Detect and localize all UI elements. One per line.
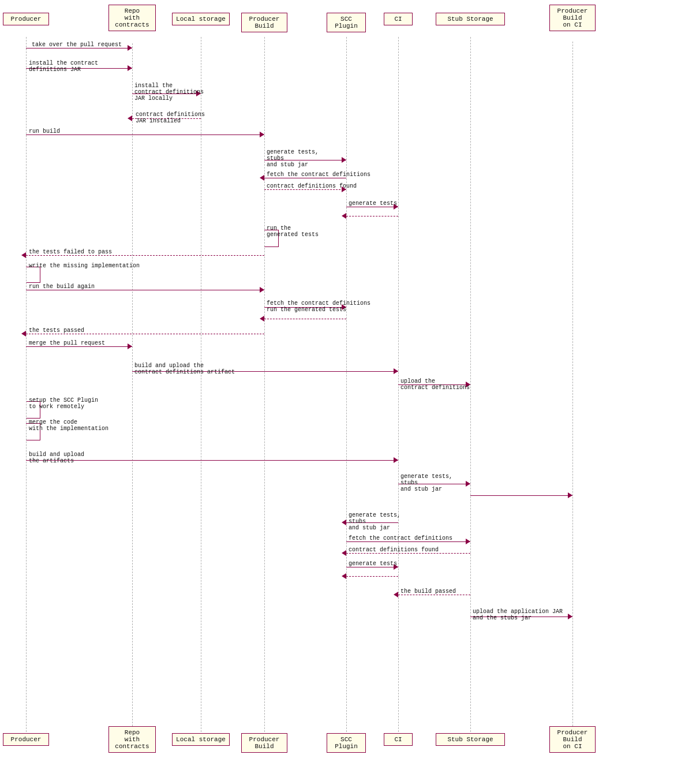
msg-run-build — [26, 135, 264, 135]
lifeline-stub-storage — [470, 37, 471, 732]
actor-repo-bottom: Repowithcontracts — [108, 726, 156, 753]
arrow-gen-stubs-3 — [342, 520, 346, 525]
actor-producer-build-top: ProducerBuild — [241, 13, 287, 32]
lifeline-scc-plugin — [346, 37, 347, 732]
arrow-tests-failed — [21, 252, 26, 258]
msg-gen-tests-2 — [346, 567, 398, 567]
label-build-passed: the build passed — [400, 588, 456, 595]
lifeline-local-storage — [201, 37, 201, 732]
actor-producer-build-ci-top: ProducerBuildon CI — [549, 5, 596, 31]
msg-tests-failed — [26, 255, 264, 256]
arrow-build-passed — [394, 592, 398, 597]
actor-ci-bottom: CI — [384, 733, 413, 746]
actor-stub-storage-top: Stub Storage — [436, 13, 505, 25]
actor-local-storage-top: Local storage — [172, 13, 230, 25]
label-jar-installed: contract definitionsJAR installed — [136, 111, 205, 124]
actor-local-storage-bottom: Local storage — [172, 733, 230, 746]
arrow-fetch-run-ret — [260, 316, 264, 322]
label-build-upload-artifacts: build and uploadthe artifacts — [29, 451, 84, 464]
label-gen-stubs-2: generate tests,stubsand stub jar — [400, 473, 452, 492]
label-run-build: run build — [29, 128, 60, 135]
actor-producer-bottom: Producer — [3, 733, 49, 746]
msg-contracts-found-1 — [264, 189, 346, 190]
actor-ci-top: CI — [384, 13, 413, 25]
msg-gen-tests-ret-2 — [346, 576, 398, 577]
msg-fetch-contracts-2 — [346, 541, 470, 542]
lifeline-producer — [26, 37, 27, 732]
sequence-diagram: Producer Repowithcontracts Local storage… — [0, 0, 700, 777]
msg-gen-stubs-2b — [470, 495, 572, 496]
msg-contracts-found-2 — [346, 553, 470, 554]
label-upload-app-jar: upload the application JARand the stubs … — [473, 608, 563, 621]
lifeline-producer-build — [264, 37, 265, 732]
actor-producer-top: Producer — [3, 13, 49, 25]
label-contracts-found-1: contract definitions found — [267, 183, 357, 189]
actor-scc-plugin-bottom: SCCPlugin — [327, 733, 366, 753]
label-generate-tests-1: generate tests,stubsand stub jar — [267, 149, 319, 168]
lifeline-producer-build-ci — [572, 42, 573, 726]
arrow-tests-passed — [21, 331, 26, 337]
arrow-fetch-contracts-1 — [260, 175, 264, 181]
label-tests-failed: the tests failed to pass — [29, 249, 112, 255]
label-gen-stubs-3: generate tests,stubsand stub jar — [349, 512, 400, 531]
label-build-upload-contract: build and upload thecontract definitions… — [134, 363, 235, 375]
msg-build-passed — [398, 595, 470, 595]
msg-fetch-contracts-1 — [264, 178, 346, 178]
actor-producer-build-bottom: ProducerBuild — [241, 733, 287, 753]
label-fetch-contracts-2: fetch the contract definitions — [349, 535, 452, 541]
msg-generate-tests-ret-1 — [346, 216, 398, 216]
label-merge-code: merge the codewith the implementation — [29, 419, 108, 432]
label-tests-passed: the tests passed — [29, 327, 84, 334]
label-fetch-contracts-1: fetch the contract definitions — [267, 171, 370, 178]
label-take-over: take over the pull request — [32, 42, 122, 48]
label-run-build-again: run the build again — [29, 283, 95, 290]
lifeline-repo — [132, 43, 133, 726]
actor-producer-build-ci-bottom: ProducerBuildon CI — [549, 726, 596, 753]
actor-repo-top: Repowithcontracts — [108, 5, 156, 31]
msg-run-build-again — [26, 290, 264, 290]
label-fetch-run: fetch the contract definitionsrun the ge… — [267, 300, 370, 313]
msg-fetch-run-ret — [264, 319, 346, 319]
actor-stub-storage-bottom: Stub Storage — [436, 733, 505, 746]
label-gen-tests-2: generate tests — [349, 561, 397, 567]
actor-scc-plugin-top: SCCPlugin — [327, 13, 366, 32]
label-install-jar: install the contractdefinitions JAR — [29, 60, 98, 73]
arrow-generate-tests-ret-1 — [342, 213, 346, 219]
msg-generate-tests-ci-1 — [346, 207, 398, 207]
arrow-gen-tests-ret-2 — [342, 573, 346, 579]
label-merge-pr: merge the pull request — [29, 340, 105, 346]
msg-tests-passed — [26, 334, 264, 334]
label-install-locally: install thecontract definitionsJAR local… — [134, 83, 204, 102]
label-contracts-found-2: contract definitions found — [349, 547, 439, 553]
label-generate-tests-ci-1: generate tests — [349, 200, 397, 207]
label-run-tests: run thegenerated tests — [267, 225, 319, 238]
self-arrow-write-impl — [26, 267, 40, 283]
label-setup-scc: setup the SCC Pluginto work remotely — [29, 397, 98, 410]
arrow-contracts-found-2 — [342, 550, 346, 556]
label-upload-contracts: upload thecontract definitions — [400, 378, 470, 391]
label-write-impl: write the missing implementation — [29, 263, 140, 269]
arrow-jar-installed — [128, 115, 132, 121]
msg-take-over — [26, 48, 132, 48]
msg-merge-pr — [26, 346, 132, 347]
